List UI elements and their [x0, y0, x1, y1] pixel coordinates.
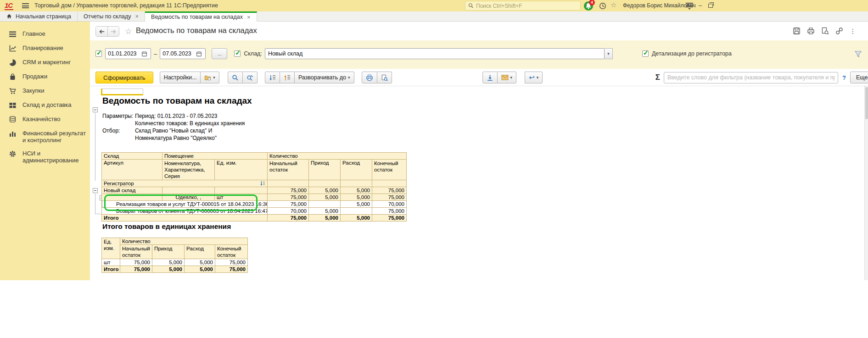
sidebar-item-planning[interactable]: Планирование [0, 41, 90, 55]
filter-funnel-icon[interactable] [854, 50, 862, 58]
report-variants-button[interactable]: ▾ [201, 72, 219, 83]
col-header[interactable]: Расход [185, 245, 215, 259]
sum-icon[interactable]: Σ [655, 73, 660, 82]
sidebar-item-treasury[interactable]: Казначейство [0, 112, 90, 127]
col-header[interactable]: Конечный остаток [215, 245, 248, 259]
notifications-button[interactable]: 4 [584, 0, 595, 11]
warehouse-input[interactable] [265, 50, 604, 57]
collapse-rows-button[interactable] [265, 72, 280, 83]
col-header[interactable]: Помещение [162, 153, 268, 160]
export-button[interactable] [482, 72, 498, 83]
bag-icon [9, 73, 17, 81]
preview-button[interactable] [377, 72, 392, 83]
col-header[interactable]: Приход [309, 160, 341, 180]
col-header[interactable]: Количество [120, 238, 248, 245]
sidebar-item-warehouse[interactable]: Склад и доставка [0, 98, 90, 112]
sidebar-item-crm[interactable]: CRM и маркетинг [0, 55, 90, 70]
period-options-button[interactable]: ... [212, 48, 227, 59]
main-menu-icon[interactable] [22, 3, 29, 8]
scrollbar-thumb[interactable] [865, 87, 868, 119]
link-icon[interactable] [835, 27, 843, 35]
col-header[interactable]: Расход [341, 160, 372, 180]
date-to-input[interactable] [160, 50, 194, 57]
favorites-star-icon[interactable]: ☆ [610, 1, 616, 9]
global-search[interactable] [465, 1, 581, 11]
group-expander-icon[interactable] [93, 107, 98, 112]
expand-to-dropdown[interactable]: Разворачивать до ▾ [295, 72, 354, 83]
print-icon[interactable] [807, 27, 815, 35]
help-button[interactable]: ? [840, 74, 849, 81]
calendar-icon[interactable] [194, 49, 203, 59]
table-total-row[interactable]: Итого 75,000 5,000 5,000 75,000 [102, 266, 248, 273]
detail-checkbox[interactable]: ✓ [642, 50, 649, 57]
sidebar-item-admin[interactable]: НСИ и администрирование [0, 147, 90, 167]
period-checkbox[interactable]: ✓ [95, 50, 102, 57]
more-button[interactable]: Еще ▾ [850, 72, 868, 83]
tab-goods-statement[interactable]: Ведомость по товарам на складах × [145, 11, 257, 22]
global-search-input[interactable] [476, 3, 577, 9]
table-row[interactable]: Новый склад 75,000 5,000 5,000 75,000 [102, 187, 407, 194]
forward-button[interactable] [107, 27, 119, 36]
warehouse-combo[interactable]: ▾ [265, 48, 613, 59]
print-preview-icon[interactable] [821, 27, 829, 35]
service-menu-icon[interactable] [686, 3, 693, 9]
col-header[interactable]: Номенклатура, Характеристика, Серия [162, 160, 215, 180]
sidebar-item-purchases[interactable]: Закупки [0, 84, 90, 98]
col-header[interactable]: Приход [152, 245, 185, 259]
print-button[interactable] [362, 72, 377, 83]
registrar-header[interactable]: Регистратор [102, 180, 268, 187]
chevron-down-icon[interactable]: ▾ [605, 48, 613, 59]
favorite-star-icon[interactable]: ☆ [125, 27, 132, 36]
settings-button[interactable]: Настройки... [160, 72, 201, 83]
table-total-row[interactable]: Итого 75,000 5,000 5,000 75,000 [102, 215, 407, 222]
pie-chart-icon [9, 59, 17, 66]
col-header[interactable]: Ед. изм. [102, 238, 120, 259]
email-button[interactable]: ▾ [498, 72, 517, 83]
sidebar-item-finance[interactable]: Финансовый результат и контроллинг [0, 127, 90, 147]
sidebar-item-main[interactable]: Главное [0, 27, 90, 41]
col-header[interactable]: Склад [102, 153, 162, 160]
vertical-scrollbar[interactable] [864, 86, 868, 280]
date-to-field[interactable] [160, 48, 206, 59]
tab-warehouse-reports[interactable]: Отчеты по складу × [78, 11, 145, 21]
back-button[interactable] [96, 27, 107, 36]
group-expander-icon[interactable] [93, 188, 98, 193]
generate-button[interactable]: Сформировать [95, 72, 153, 83]
col-header[interactable]: Артикул [102, 160, 162, 180]
params-label: Параметры: [102, 112, 135, 120]
history-icon[interactable] [599, 2, 607, 10]
warehouse-checkbox[interactable]: ✓ [234, 50, 241, 57]
user-name[interactable]: Федоров Борис Михайлович [623, 2, 696, 9]
tab-close-icon[interactable]: × [247, 14, 251, 21]
sort-descending-icon[interactable] [260, 181, 265, 186]
col-header[interactable]: Конечный остаток [372, 160, 407, 180]
titlebar: 1С Торговый дом / Управление торговлей, … [0, 0, 868, 11]
param-line: Количество товаров: В единицах хранения [135, 120, 245, 127]
printer-icon [366, 74, 373, 81]
expand-rows-button[interactable] [280, 72, 295, 83]
find-button[interactable] [228, 72, 243, 83]
col-header[interactable]: Начальный остаток [268, 160, 309, 180]
undo-button[interactable]: ↩ ▾ [525, 72, 543, 83]
col-header[interactable]: Начальный остаток [120, 245, 152, 259]
sidebar-item-sales[interactable]: Продажи [0, 70, 90, 84]
quick-filter-input[interactable] [664, 72, 838, 83]
tab-close-icon[interactable]: × [135, 13, 139, 20]
calendar-icon[interactable] [140, 49, 149, 59]
col-header[interactable]: Ед. изм. [215, 160, 268, 180]
tab-home[interactable]: Начальная страница [0, 11, 78, 21]
date-from-field[interactable] [105, 48, 151, 59]
find-next-button[interactable] [243, 72, 258, 83]
restore-window-icon[interactable] [708, 4, 713, 8]
col-header[interactable]: Количество [268, 153, 407, 160]
table-row[interactable]: шт 75,000 5,000 5,000 75,000 [102, 259, 248, 266]
notification-badge: 4 [589, 0, 595, 6]
report-parameters: Параметры:Период: 01.01.2023 - 07.05.202… [102, 112, 245, 142]
minimize-icon[interactable]: – [699, 3, 702, 8]
more-menu-icon[interactable]: ⋮ [850, 28, 856, 35]
menu-icon [9, 30, 17, 38]
save-icon[interactable] [793, 27, 801, 35]
date-from-input[interactable] [106, 50, 140, 57]
chevron-down-icon: ▾ [348, 75, 350, 80]
cursor-cell[interactable] [101, 89, 143, 95]
